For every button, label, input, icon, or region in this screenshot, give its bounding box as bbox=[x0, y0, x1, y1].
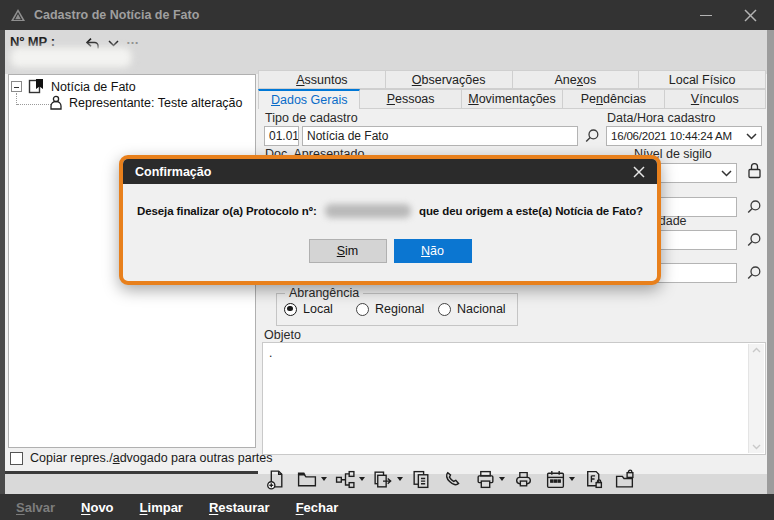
dialog-message: Deseja finalizar o(a) Protocolo nº: que … bbox=[123, 204, 657, 218]
minimize-icon bbox=[700, 15, 712, 16]
tab-movimentacoes[interactable]: Movimentações bbox=[462, 89, 563, 109]
app-window: Cadastro de Notícia de Fato Nº MP : … bbox=[0, 0, 774, 520]
print-dropdown-icon[interactable] bbox=[499, 477, 505, 481]
copy-parties-label[interactable]: Copiar repres./advogado para outras part… bbox=[30, 451, 273, 465]
nao-button[interactable]: Não bbox=[394, 239, 472, 263]
tab-dados-gerais[interactable]: Dados Gerais bbox=[258, 89, 360, 109]
phone-icon[interactable] bbox=[440, 466, 466, 492]
print-icon[interactable] bbox=[472, 466, 498, 492]
person-icon bbox=[49, 95, 63, 111]
tab-observacoes[interactable]: Observações bbox=[386, 70, 513, 89]
window-right-border bbox=[767, 30, 774, 494]
tab-local-fisico[interactable]: Local Físico bbox=[639, 70, 766, 89]
tree-view-icon[interactable] bbox=[332, 466, 358, 492]
tab-pessoas[interactable]: Pessoas bbox=[360, 89, 461, 109]
data-hora-select[interactable]: 16/06/2021 10:44:24 AM bbox=[606, 126, 762, 146]
fechar-button[interactable]: Fechar bbox=[296, 500, 339, 515]
tree-node-label: Representante: Teste alteração bbox=[69, 96, 243, 110]
radio-button-icon bbox=[284, 303, 297, 316]
app-logo-icon bbox=[10, 7, 26, 23]
forward-documents-icon[interactable] bbox=[370, 466, 396, 492]
tab-anexos[interactable]: Anexos bbox=[513, 70, 640, 89]
radio-regional[interactable]: Regional bbox=[356, 302, 424, 316]
tab-assuntos[interactable]: Assuntos bbox=[258, 70, 386, 89]
search-icon[interactable] bbox=[746, 232, 762, 248]
close-button[interactable] bbox=[728, 0, 772, 30]
tree-connector bbox=[17, 104, 51, 105]
radio-local[interactable]: Local bbox=[284, 302, 333, 316]
chevron-down-icon bbox=[721, 170, 732, 177]
window-left-border bbox=[0, 30, 5, 494]
lock-icon[interactable] bbox=[746, 161, 763, 180]
header-strip: Nº MP : … bbox=[0, 30, 774, 74]
abrangencia-legend: Abrangência bbox=[285, 286, 363, 300]
objeto-scrollbar[interactable] bbox=[748, 344, 764, 453]
search-icon[interactable] bbox=[746, 199, 762, 215]
tipo-cadastro-value-input[interactable]: Notícia de Fato bbox=[302, 126, 578, 146]
sim-button[interactable]: Sim bbox=[309, 239, 387, 263]
folder-permissions-icon[interactable] bbox=[612, 466, 638, 492]
folders-icon[interactable] bbox=[294, 466, 320, 492]
tipo-cadastro-search-icon[interactable] bbox=[584, 128, 600, 144]
calendar-icon[interactable] bbox=[542, 466, 568, 492]
limpar-button[interactable]: Limpar bbox=[140, 500, 183, 515]
window-title: Cadastro de Notícia de Fato bbox=[34, 8, 199, 22]
radio-button-icon bbox=[356, 303, 369, 316]
copy-parties-row: Copiar repres./advogado para outras part… bbox=[10, 451, 273, 465]
restaurar-button[interactable]: Restaurar bbox=[209, 500, 270, 515]
tab-pendencias[interactable]: Pendências bbox=[563, 89, 664, 109]
radio-nacional[interactable]: Nacional bbox=[438, 302, 506, 316]
confirmation-dialog: Confirmação Deseja finalizar o(a) Protoc… bbox=[119, 155, 661, 285]
left-pane-divider bbox=[0, 471, 258, 474]
protocol-number-redacted bbox=[325, 204, 411, 218]
objeto-label: Objeto bbox=[264, 328, 301, 342]
dialog-title-bar: Confirmação bbox=[123, 159, 657, 184]
calendar-dropdown-icon[interactable] bbox=[569, 477, 575, 481]
folders-dropdown-icon[interactable] bbox=[321, 477, 327, 481]
search-icon[interactable] bbox=[746, 265, 762, 281]
tab-vinculos[interactable]: Vínculos bbox=[665, 89, 766, 109]
mp-number-label: Nº MP : bbox=[10, 34, 55, 49]
tab-row-primary: Dados Gerais Pessoas Movimentações Pendê… bbox=[258, 89, 766, 109]
fact-flag-icon bbox=[28, 78, 45, 95]
title-bar: Cadastro de Notícia de Fato bbox=[0, 0, 774, 30]
tree-collapse-icon[interactable] bbox=[11, 81, 22, 92]
print-preview-icon[interactable] bbox=[510, 466, 536, 492]
more-icon[interactable]: … bbox=[126, 32, 140, 47]
dialog-close-button[interactable] bbox=[633, 166, 645, 178]
data-hora-label: Data/Hora cadastro bbox=[607, 111, 715, 125]
mp-number-redacted-value bbox=[12, 49, 130, 66]
tipo-cadastro-label: Tipo de cadastro bbox=[265, 111, 358, 125]
footer-bar: Salvar Novo Limpar Restaurar Fechar bbox=[0, 494, 774, 520]
tipo-cadastro-code-input[interactable]: 01.01 bbox=[264, 126, 299, 146]
copy-documents-icon[interactable] bbox=[408, 466, 434, 492]
radio-button-icon bbox=[438, 303, 451, 316]
close-icon bbox=[633, 166, 645, 178]
tab-row-secondary: Assuntos Observações Anexos Local Físico bbox=[258, 70, 766, 89]
minimize-button[interactable] bbox=[684, 0, 728, 30]
scroll-up-icon[interactable] bbox=[752, 347, 761, 353]
add-document-icon[interactable] bbox=[262, 466, 288, 492]
salvar-button[interactable]: Salvar bbox=[16, 500, 55, 515]
forward-documents-dropdown-icon[interactable] bbox=[397, 477, 403, 481]
tree-node-noticia[interactable]: Notícia de Fato bbox=[11, 78, 136, 95]
tree-view-dropdown-icon[interactable] bbox=[359, 477, 365, 481]
objeto-textarea[interactable]: . bbox=[262, 342, 766, 455]
record-toolbar bbox=[0, 474, 767, 494]
copy-parties-checkbox[interactable] bbox=[10, 452, 23, 465]
chevron-down-icon bbox=[746, 133, 757, 140]
close-icon bbox=[744, 9, 757, 22]
tree-node-label: Notícia de Fato bbox=[51, 80, 136, 94]
chevron-down-icon[interactable] bbox=[108, 40, 119, 47]
novo-button[interactable]: Novo bbox=[81, 500, 114, 515]
document-lock-icon[interactable] bbox=[580, 466, 606, 492]
scroll-down-icon[interactable] bbox=[752, 444, 761, 450]
tree-node-representante[interactable]: Representante: Teste alteração bbox=[49, 95, 243, 111]
dialog-title: Confirmação bbox=[135, 165, 211, 179]
dialog-buttons: Sim Não bbox=[123, 239, 657, 263]
